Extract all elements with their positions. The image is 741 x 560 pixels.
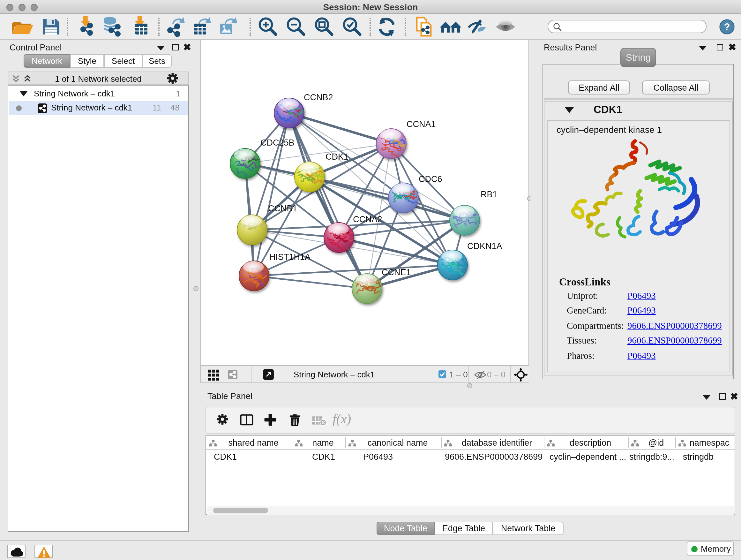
svg-text:CDC6: CDC6: [419, 174, 442, 184]
svg-text:CCNB2: CCNB2: [304, 92, 333, 102]
svg-text:CCNE1: CCNE1: [382, 267, 411, 277]
svg-text:CCNA2: CCNA2: [353, 214, 382, 224]
svg-text:?: ?: [724, 21, 730, 33]
svg-text:HIST1H1A: HIST1H1A: [269, 252, 311, 262]
svg-text:CDC25B: CDC25B: [260, 138, 294, 147]
svg-text:RB1: RB1: [481, 190, 497, 199]
svg-text:CCNB1: CCNB1: [268, 204, 297, 213]
svg-text:CCNA1: CCNA1: [407, 119, 436, 129]
svg-text:CDKN1A: CDKN1A: [467, 241, 502, 251]
svg-text:CDK1: CDK1: [326, 152, 348, 162]
